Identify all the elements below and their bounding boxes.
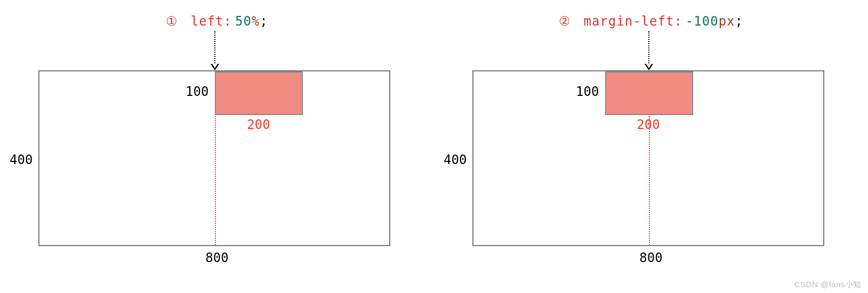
semicolon: ; <box>735 14 743 29</box>
arrow-down-icon <box>648 31 649 65</box>
header-label: ② margin-left:-100px; <box>434 14 868 29</box>
inner-width-label: 200 <box>614 117 683 132</box>
colon: : <box>674 14 682 29</box>
step-badge: ② <box>559 14 571 29</box>
arrow-down-icon <box>214 31 215 65</box>
css-value-number: -100 <box>686 14 719 29</box>
outer-width-label: 800 <box>0 250 434 265</box>
css-value-number: 50 <box>235 14 252 29</box>
arrow-head-icon <box>645 64 653 70</box>
outer-height-label: 400 <box>10 152 33 167</box>
inner-height-label: 100 <box>186 84 208 99</box>
outer-container <box>38 70 390 246</box>
step-badge: ① <box>166 14 178 29</box>
css-value-unit: % <box>252 14 260 29</box>
inner-box <box>605 71 693 115</box>
semicolon: ; <box>260 14 268 29</box>
inner-height-label: 100 <box>576 84 599 99</box>
css-value-unit: px <box>719 14 735 29</box>
inner-box <box>215 71 303 115</box>
arrow-head-icon <box>211 64 219 70</box>
diagram-step-2: ② margin-left:-100px; 400 800 100 200 <box>434 0 868 293</box>
colon: : <box>223 14 231 29</box>
watermark: CSDN @fans小知 <box>794 280 862 290</box>
outer-container <box>472 70 824 246</box>
outer-width-label: 800 <box>434 250 868 265</box>
diagram-step-1: ① left:50%; 400 800 100 200 <box>0 0 434 293</box>
header-label: ① left:50%; <box>0 14 434 29</box>
outer-height-label: 400 <box>444 152 467 167</box>
css-property: margin-left <box>583 14 674 29</box>
css-property: left <box>191 14 224 29</box>
inner-width-label: 200 <box>224 117 293 132</box>
